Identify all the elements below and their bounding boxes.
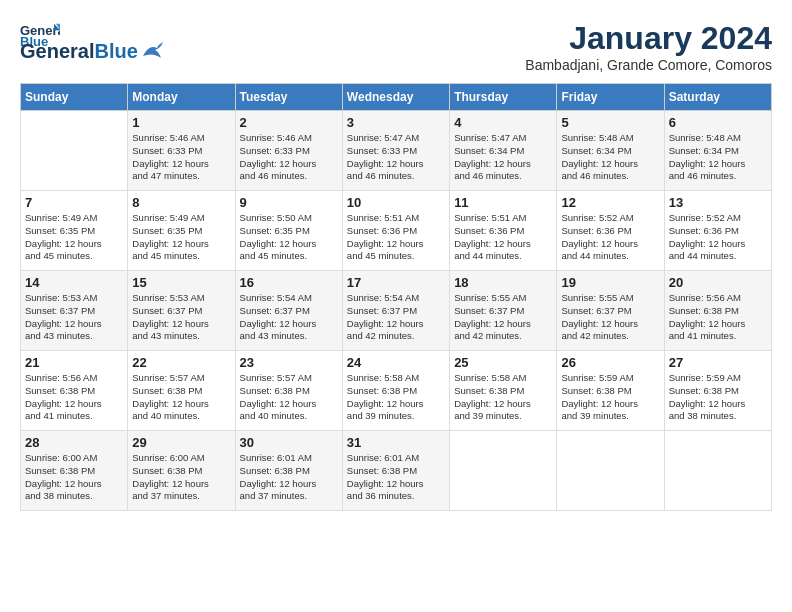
calendar-cell: 20Sunrise: 5:56 AM Sunset: 6:38 PM Dayli… bbox=[664, 271, 771, 351]
day-info: Sunrise: 5:46 AM Sunset: 6:33 PM Dayligh… bbox=[240, 132, 338, 183]
calendar-cell: 16Sunrise: 5:54 AM Sunset: 6:37 PM Dayli… bbox=[235, 271, 342, 351]
day-number: 26 bbox=[561, 355, 659, 370]
day-number: 13 bbox=[669, 195, 767, 210]
calendar-cell: 15Sunrise: 5:53 AM Sunset: 6:37 PM Dayli… bbox=[128, 271, 235, 351]
calendar-cell: 9Sunrise: 5:50 AM Sunset: 6:35 PM Daylig… bbox=[235, 191, 342, 271]
calendar-cell: 23Sunrise: 5:57 AM Sunset: 6:38 PM Dayli… bbox=[235, 351, 342, 431]
day-number: 5 bbox=[561, 115, 659, 130]
day-info: Sunrise: 5:53 AM Sunset: 6:37 PM Dayligh… bbox=[132, 292, 230, 343]
day-info: Sunrise: 5:54 AM Sunset: 6:37 PM Dayligh… bbox=[347, 292, 445, 343]
calendar-cell: 19Sunrise: 5:55 AM Sunset: 6:37 PM Dayli… bbox=[557, 271, 664, 351]
day-info: Sunrise: 6:01 AM Sunset: 6:38 PM Dayligh… bbox=[240, 452, 338, 503]
day-info: Sunrise: 6:00 AM Sunset: 6:38 PM Dayligh… bbox=[25, 452, 123, 503]
day-info: Sunrise: 5:55 AM Sunset: 6:37 PM Dayligh… bbox=[454, 292, 552, 343]
day-info: Sunrise: 5:52 AM Sunset: 6:36 PM Dayligh… bbox=[669, 212, 767, 263]
calendar-cell: 27Sunrise: 5:59 AM Sunset: 6:38 PM Dayli… bbox=[664, 351, 771, 431]
logo-blue: Blue bbox=[94, 40, 137, 63]
day-info: Sunrise: 5:59 AM Sunset: 6:38 PM Dayligh… bbox=[669, 372, 767, 423]
calendar-body: 1Sunrise: 5:46 AM Sunset: 6:33 PM Daylig… bbox=[21, 111, 772, 511]
day-number: 31 bbox=[347, 435, 445, 450]
day-number: 27 bbox=[669, 355, 767, 370]
weekday-header-sunday: Sunday bbox=[21, 84, 128, 111]
day-number: 25 bbox=[454, 355, 552, 370]
day-info: Sunrise: 5:46 AM Sunset: 6:33 PM Dayligh… bbox=[132, 132, 230, 183]
calendar-cell: 31Sunrise: 6:01 AM Sunset: 6:38 PM Dayli… bbox=[342, 431, 449, 511]
weekday-header-wednesday: Wednesday bbox=[342, 84, 449, 111]
week-row-0: 1Sunrise: 5:46 AM Sunset: 6:33 PM Daylig… bbox=[21, 111, 772, 191]
day-number: 18 bbox=[454, 275, 552, 290]
page-header: General Blue General Blue January 2024 B… bbox=[20, 20, 772, 73]
calendar-cell: 2Sunrise: 5:46 AM Sunset: 6:33 PM Daylig… bbox=[235, 111, 342, 191]
day-info: Sunrise: 5:56 AM Sunset: 6:38 PM Dayligh… bbox=[25, 372, 123, 423]
day-info: Sunrise: 5:47 AM Sunset: 6:33 PM Dayligh… bbox=[347, 132, 445, 183]
day-number: 20 bbox=[669, 275, 767, 290]
weekday-header-row: SundayMondayTuesdayWednesdayThursdayFrid… bbox=[21, 84, 772, 111]
day-number: 3 bbox=[347, 115, 445, 130]
day-number: 22 bbox=[132, 355, 230, 370]
logo-bird-icon bbox=[141, 42, 163, 60]
week-row-1: 7Sunrise: 5:49 AM Sunset: 6:35 PM Daylig… bbox=[21, 191, 772, 271]
calendar-cell: 14Sunrise: 5:53 AM Sunset: 6:37 PM Dayli… bbox=[21, 271, 128, 351]
logo: General Blue General Blue bbox=[20, 20, 163, 63]
day-info: Sunrise: 5:53 AM Sunset: 6:37 PM Dayligh… bbox=[25, 292, 123, 343]
calendar-cell: 29Sunrise: 6:00 AM Sunset: 6:38 PM Dayli… bbox=[128, 431, 235, 511]
weekday-header-thursday: Thursday bbox=[450, 84, 557, 111]
day-info: Sunrise: 5:48 AM Sunset: 6:34 PM Dayligh… bbox=[561, 132, 659, 183]
day-number: 7 bbox=[25, 195, 123, 210]
day-info: Sunrise: 5:48 AM Sunset: 6:34 PM Dayligh… bbox=[669, 132, 767, 183]
day-number: 17 bbox=[347, 275, 445, 290]
day-number: 8 bbox=[132, 195, 230, 210]
day-info: Sunrise: 5:51 AM Sunset: 6:36 PM Dayligh… bbox=[347, 212, 445, 263]
calendar-cell: 18Sunrise: 5:55 AM Sunset: 6:37 PM Dayli… bbox=[450, 271, 557, 351]
calendar-cell bbox=[450, 431, 557, 511]
day-number: 2 bbox=[240, 115, 338, 130]
day-number: 24 bbox=[347, 355, 445, 370]
calendar-cell: 24Sunrise: 5:58 AM Sunset: 6:38 PM Dayli… bbox=[342, 351, 449, 431]
calendar-cell bbox=[557, 431, 664, 511]
calendar-cell: 6Sunrise: 5:48 AM Sunset: 6:34 PM Daylig… bbox=[664, 111, 771, 191]
day-info: Sunrise: 6:00 AM Sunset: 6:38 PM Dayligh… bbox=[132, 452, 230, 503]
calendar-table: SundayMondayTuesdayWednesdayThursdayFrid… bbox=[20, 83, 772, 511]
calendar-cell bbox=[664, 431, 771, 511]
day-number: 9 bbox=[240, 195, 338, 210]
day-info: Sunrise: 5:52 AM Sunset: 6:36 PM Dayligh… bbox=[561, 212, 659, 263]
day-number: 11 bbox=[454, 195, 552, 210]
calendar-cell: 7Sunrise: 5:49 AM Sunset: 6:35 PM Daylig… bbox=[21, 191, 128, 271]
day-number: 30 bbox=[240, 435, 338, 450]
day-number: 15 bbox=[132, 275, 230, 290]
calendar-cell bbox=[21, 111, 128, 191]
week-row-3: 21Sunrise: 5:56 AM Sunset: 6:38 PM Dayli… bbox=[21, 351, 772, 431]
day-number: 28 bbox=[25, 435, 123, 450]
day-info: Sunrise: 5:57 AM Sunset: 6:38 PM Dayligh… bbox=[132, 372, 230, 423]
day-info: Sunrise: 5:55 AM Sunset: 6:37 PM Dayligh… bbox=[561, 292, 659, 343]
month-title: January 2024 bbox=[525, 20, 772, 57]
weekday-header-tuesday: Tuesday bbox=[235, 84, 342, 111]
calendar-cell: 12Sunrise: 5:52 AM Sunset: 6:36 PM Dayli… bbox=[557, 191, 664, 271]
day-number: 19 bbox=[561, 275, 659, 290]
day-number: 16 bbox=[240, 275, 338, 290]
day-info: Sunrise: 5:49 AM Sunset: 6:35 PM Dayligh… bbox=[132, 212, 230, 263]
day-number: 14 bbox=[25, 275, 123, 290]
day-info: Sunrise: 5:57 AM Sunset: 6:38 PM Dayligh… bbox=[240, 372, 338, 423]
calendar-cell: 21Sunrise: 5:56 AM Sunset: 6:38 PM Dayli… bbox=[21, 351, 128, 431]
day-number: 1 bbox=[132, 115, 230, 130]
day-info: Sunrise: 5:59 AM Sunset: 6:38 PM Dayligh… bbox=[561, 372, 659, 423]
calendar-cell: 13Sunrise: 5:52 AM Sunset: 6:36 PM Dayli… bbox=[664, 191, 771, 271]
day-number: 4 bbox=[454, 115, 552, 130]
title-block: January 2024 Bambadjani, Grande Comore, … bbox=[525, 20, 772, 73]
calendar-cell: 10Sunrise: 5:51 AM Sunset: 6:36 PM Dayli… bbox=[342, 191, 449, 271]
calendar-cell: 17Sunrise: 5:54 AM Sunset: 6:37 PM Dayli… bbox=[342, 271, 449, 351]
day-number: 12 bbox=[561, 195, 659, 210]
day-number: 29 bbox=[132, 435, 230, 450]
day-info: Sunrise: 5:50 AM Sunset: 6:35 PM Dayligh… bbox=[240, 212, 338, 263]
day-number: 21 bbox=[25, 355, 123, 370]
day-info: Sunrise: 6:01 AM Sunset: 6:38 PM Dayligh… bbox=[347, 452, 445, 503]
week-row-2: 14Sunrise: 5:53 AM Sunset: 6:37 PM Dayli… bbox=[21, 271, 772, 351]
day-info: Sunrise: 5:49 AM Sunset: 6:35 PM Dayligh… bbox=[25, 212, 123, 263]
calendar-cell: 28Sunrise: 6:00 AM Sunset: 6:38 PM Dayli… bbox=[21, 431, 128, 511]
calendar-cell: 11Sunrise: 5:51 AM Sunset: 6:36 PM Dayli… bbox=[450, 191, 557, 271]
day-number: 23 bbox=[240, 355, 338, 370]
calendar-cell: 4Sunrise: 5:47 AM Sunset: 6:34 PM Daylig… bbox=[450, 111, 557, 191]
weekday-header-friday: Friday bbox=[557, 84, 664, 111]
weekday-header-monday: Monday bbox=[128, 84, 235, 111]
